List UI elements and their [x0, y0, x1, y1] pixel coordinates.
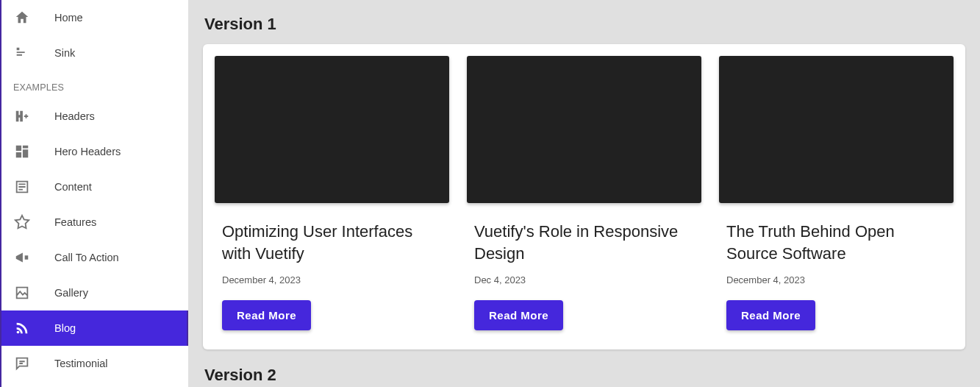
svg-point-0 — [17, 331, 20, 334]
sidebar-item-home[interactable]: Home — [1, 0, 188, 35]
sidebar-group-label: EXAMPLES — [1, 71, 188, 99]
section-title-v1: Version 1 — [204, 15, 964, 34]
post-date: December 4, 2023 — [222, 274, 442, 285]
blog-card-grid: Optimizing User Interfaces with Vuetify … — [203, 44, 965, 349]
post-title: Vuetify's Role in Responsive Design — [474, 221, 694, 264]
blog-post-card: Vuetify's Role in Responsive Design Dec … — [467, 56, 701, 338]
post-thumbnail — [719, 56, 954, 203]
post-date: Dec 4, 2023 — [474, 274, 694, 285]
read-more-button[interactable]: Read More — [222, 300, 311, 330]
sidebar-item-label: Testimonial — [54, 358, 108, 369]
sidebar-item-headers[interactable]: Headers — [1, 99, 188, 134]
sidebar: Home Sink EXAMPLES Headers Hero Headers … — [0, 0, 188, 387]
section-title-v2: Version 2 — [204, 366, 964, 385]
sidebar-item-label: Hero Headers — [54, 146, 121, 157]
main-content: Version 1 Optimizing User Interfaces wit… — [188, 0, 980, 387]
sink-icon — [13, 44, 31, 62]
star-icon — [13, 213, 31, 231]
read-more-button[interactable]: Read More — [726, 300, 815, 330]
heading-icon — [13, 107, 31, 125]
megaphone-icon — [13, 249, 31, 266]
sidebar-item-blog[interactable]: Blog — [1, 310, 188, 346]
dashboard-icon — [13, 143, 31, 160]
sidebar-item-content[interactable]: Content — [1, 169, 188, 205]
sidebar-item-sink[interactable]: Sink — [1, 35, 188, 71]
content-icon — [13, 178, 31, 196]
sidebar-item-hero-headers[interactable]: Hero Headers — [1, 134, 188, 169]
post-thumbnail — [467, 56, 701, 203]
sidebar-item-cta[interactable]: Call To Action — [1, 240, 188, 275]
sidebar-item-label: Headers — [54, 110, 95, 122]
chat-icon — [13, 355, 31, 372]
sidebar-item-label: Features — [54, 216, 96, 228]
post-thumbnail — [215, 56, 449, 203]
rss-icon — [13, 319, 31, 337]
sidebar-item-features[interactable]: Features — [1, 205, 188, 240]
sidebar-item-gallery[interactable]: Gallery — [1, 275, 188, 310]
sidebar-item-label: Call To Action — [54, 252, 119, 263]
post-title: The Truth Behind Open Source Software — [726, 221, 946, 264]
sidebar-item-label: Sink — [54, 47, 75, 59]
sidebar-item-label: Blog — [54, 322, 76, 334]
sidebar-item-testimonial[interactable]: Testimonial — [1, 346, 188, 381]
blog-post-card: Optimizing User Interfaces with Vuetify … — [215, 56, 449, 338]
post-date: December 4, 2023 — [726, 274, 946, 285]
post-title: Optimizing User Interfaces with Vuetify — [222, 221, 442, 264]
home-icon — [13, 9, 31, 26]
sidebar-item-label: Gallery — [54, 287, 88, 299]
sidebar-item-label: Home — [54, 12, 83, 24]
read-more-button[interactable]: Read More — [474, 300, 563, 330]
blog-post-card: The Truth Behind Open Source Software De… — [719, 56, 954, 338]
sidebar-item-label: Content — [54, 181, 92, 193]
image-icon — [13, 284, 31, 302]
